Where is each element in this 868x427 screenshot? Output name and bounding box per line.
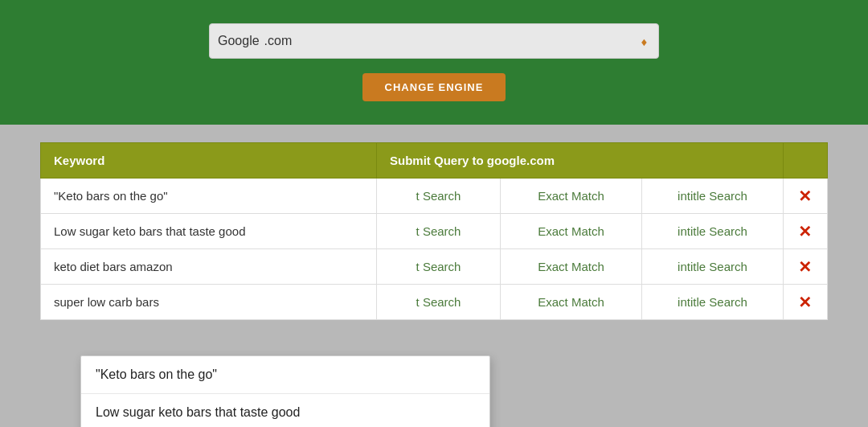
dropdown-item[interactable]: "Keto bars on the go": [81, 356, 489, 394]
keyword-cell: Low sugar keto bars that taste good: [41, 214, 377, 249]
keyword-dropdown[interactable]: "Keto bars on the go"Low sugar keto bars…: [80, 355, 490, 427]
keyword-cell: super low carb bars: [41, 285, 377, 320]
col-action-header: [783, 143, 827, 179]
intitle-cell[interactable]: intitle Search: [641, 249, 783, 285]
keyword-table: Keyword Submit Query to google.com "Keto…: [40, 142, 828, 320]
search-cell[interactable]: t Search: [377, 179, 501, 214]
col-keyword-header: Keyword: [41, 143, 377, 179]
intitle-cell[interactable]: intitle Search: [641, 179, 783, 214]
exact-match-cell[interactable]: Exact Match: [501, 285, 642, 320]
search-cell[interactable]: t Search: [377, 285, 501, 320]
delete-button[interactable]: ✕: [798, 187, 812, 206]
delete-button[interactable]: ✕: [798, 293, 812, 312]
delete-cell[interactable]: ✕: [783, 214, 827, 249]
intitle-cell[interactable]: intitle Search: [641, 285, 783, 320]
delete-cell[interactable]: ✕: [783, 285, 827, 320]
delete-button[interactable]: ✕: [798, 222, 812, 241]
table-row: "Keto bars on the go" t Search Exact Mat…: [41, 179, 828, 214]
search-cell[interactable]: t Search: [377, 249, 501, 285]
table-row: keto diet bars amazon t Search Exact Mat…: [41, 249, 828, 285]
delete-cell[interactable]: ✕: [783, 249, 827, 285]
engine-domain: .com: [264, 34, 293, 48]
engine-label: Google: [218, 34, 260, 48]
delete-button[interactable]: ✕: [798, 257, 812, 277]
exact-match-cell[interactable]: Exact Match: [501, 214, 642, 249]
dropdown-item[interactable]: Low sugar keto bars that taste good: [81, 394, 489, 427]
intitle-cell[interactable]: intitle Search: [641, 214, 783, 249]
table-container: Keyword Submit Query to google.com "Keto…: [40, 142, 828, 320]
table-row: super low carb bars t Search Exact Match…: [41, 285, 828, 320]
delete-cell[interactable]: ✕: [783, 179, 827, 214]
change-engine-button[interactable]: CHANGE ENGINE: [362, 73, 506, 101]
arrow-icon: ⬧: [640, 34, 649, 48]
table-row: Low sugar keto bars that taste good t Se…: [41, 214, 828, 249]
engine-select-wrapper[interactable]: Google .com ⬧: [209, 23, 659, 59]
col-query-header: Submit Query to google.com: [377, 143, 784, 179]
keyword-cell: "Keto bars on the go": [41, 179, 377, 214]
exact-match-cell[interactable]: Exact Match: [501, 249, 642, 285]
header-section: Google .com ⬧ CHANGE ENGINE: [0, 0, 868, 125]
exact-match-cell[interactable]: Exact Match: [501, 179, 642, 214]
search-cell[interactable]: t Search: [377, 214, 501, 249]
main-content: Keyword Submit Query to google.com "Keto…: [0, 125, 868, 427]
keyword-cell: keto diet bars amazon: [41, 249, 377, 285]
